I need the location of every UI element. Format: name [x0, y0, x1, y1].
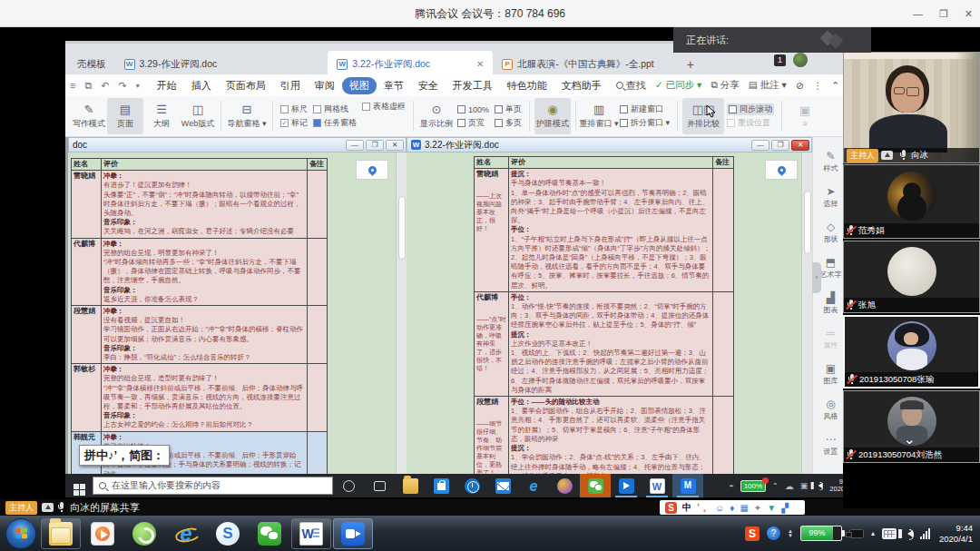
- web-mode-button[interactable]: ◫Web版式: [180, 98, 216, 134]
- keyboard-tray-icon[interactable]: [882, 528, 897, 539]
- wps-tab-0[interactable]: 壳模板: [68, 51, 115, 77]
- battery-indicator[interactable]: 100%: [740, 480, 766, 492]
- ime-mic-icon[interactable]: ♦: [730, 503, 734, 513]
- side-tool-样式[interactable]: ✎样式: [824, 150, 838, 173]
- menu-审阅[interactable]: 审阅: [308, 77, 342, 94]
- host-taskbar-icon-browser360[interactable]: [124, 518, 164, 549]
- outline-mode-button[interactable]: ☰大纲: [143, 98, 180, 134]
- doc-right-pin-tool[interactable]: ≡¤: [765, 160, 798, 180]
- collapse-ribbon-icon[interactable]: ⌃: [831, 80, 839, 91]
- undo-icon[interactable]: ↶: [101, 80, 109, 92]
- doc-minimize-icon[interactable]: —: [346, 140, 364, 151]
- wps-tab-1[interactable]: W3.29-作业评阅.doc: [115, 51, 227, 77]
- menu-页面布局[interactable]: 页面布局: [219, 77, 273, 94]
- start-orb[interactable]: [5, 518, 36, 549]
- search-input[interactable]: 在这里输入你要搜索的内容: [93, 477, 333, 495]
- split-window-button[interactable]: 拆分窗口 ▾: [620, 117, 670, 129]
- menu-icon[interactable]: ≡: [70, 80, 75, 91]
- sync-scroll-button[interactable]: 同步滚动: [727, 103, 774, 115]
- battery-indicator-host[interactable]: 99%: [800, 526, 842, 541]
- participant-tile-201913050704刘浩然[interactable]: 201913050704刘浩然: [843, 390, 980, 463]
- side-tool-形状[interactable]: ◇形状: [824, 221, 838, 244]
- doc-left-scrollbar[interactable]: [396, 153, 407, 474]
- taskbar-icon-edge[interactable]: e: [518, 474, 549, 497]
- doc-minimize-icon[interactable]: —: [751, 140, 769, 151]
- side-tool-图表[interactable]: ▟图表: [824, 291, 838, 315]
- redo-icon[interactable]: ↷: [119, 80, 127, 92]
- markup-checkbox[interactable]: 标记: [280, 117, 308, 129]
- doc-right-scrollbar[interactable]: [801, 153, 812, 474]
- new-tab-button[interactable]: +: [678, 51, 703, 77]
- taskbar-icon-explorer[interactable]: [395, 474, 426, 497]
- zoom-button[interactable]: ⊙显示比例: [418, 98, 455, 134]
- taskbar-icon-video[interactable]: [611, 474, 642, 497]
- menu-安全[interactable]: 安全: [411, 77, 446, 94]
- new-window-button[interactable]: 新建窗口: [620, 103, 670, 115]
- host-taskbar-icon-media[interactable]: [83, 518, 122, 549]
- doc-left-pin-tool[interactable]: ≡¤: [356, 160, 388, 180]
- taskpane-checkbox[interactable]: 任务窗格: [313, 117, 357, 129]
- network-icon[interactable]: [920, 528, 930, 539]
- page-width-button[interactable]: 页宽: [457, 117, 489, 129]
- taskbar-icon-wechat[interactable]: [580, 474, 611, 497]
- participant-tile-范秀娟[interactable]: 范秀娟: [843, 164, 980, 239]
- preview-icon[interactable]: ⧉: [84, 80, 92, 92]
- start-button[interactable]: [65, 477, 93, 496]
- help-icon[interactable]: ⊘: [796, 80, 804, 91]
- tab-close-icon[interactable]: ✕: [476, 59, 484, 69]
- host-taskbar-icon-sogou[interactable]: S: [208, 518, 248, 549]
- sogou-tray-icon[interactable]: S: [745, 526, 760, 541]
- ime-toolbar-toggle[interactable]: ▲▼: [788, 529, 793, 538]
- maximize-icon[interactable]: ❐: [939, 8, 948, 20]
- sogou-logo-icon[interactable]: S: [665, 502, 677, 514]
- rearrange-windows-button[interactable]: ▥重排窗口 ▾: [581, 98, 617, 134]
- ruler-checkbox[interactable]: 标尺: [280, 103, 308, 115]
- side-tool-图库[interactable]: ▣图库: [824, 362, 838, 386]
- ime-skin-icon[interactable]: ▼: [767, 503, 776, 513]
- menu-插入[interactable]: 插入: [184, 77, 219, 94]
- taskbar-icon-cortana[interactable]: [333, 474, 364, 497]
- ime-mode[interactable]: 中: [682, 501, 691, 514]
- host-taskbar-icon-meeting[interactable]: [333, 518, 373, 549]
- eye-protection-button[interactable]: ◉护眼模式: [534, 98, 571, 134]
- ime-grid-icon[interactable]: ▞: [781, 503, 789, 513]
- participant-tile-向冰[interactable]: 主持人向冰: [843, 52, 980, 163]
- doc-left-titlebar[interactable]: doc — ❐ ✕: [68, 137, 407, 153]
- side-tool-设置[interactable]: ⋯设置: [824, 433, 838, 457]
- taskbar-icon-wps[interactable]: [642, 474, 672, 497]
- doc-left-canvas[interactable]: 姓名评价备注雷晓娟冲拳：有进步了！提沉更加有韵律！头像要“正”，不要“倒”；“冲…: [68, 153, 407, 474]
- gridlines-checkbox[interactable]: 网格线: [313, 103, 357, 115]
- taskbar-icon-clock[interactable]: [456, 474, 487, 497]
- tray-expand-icon[interactable]: ⌃: [772, 482, 779, 490]
- side-tool-选择[interactable]: ➤选择: [824, 185, 838, 209]
- taskbar-icon-meeting[interactable]: M: [672, 474, 703, 497]
- wps-tab-3[interactable]: P北服表演-《中国古典舞》-全.ppt: [493, 51, 663, 77]
- cloud-icon[interactable]: ☁: [785, 481, 794, 491]
- doc-right-titlebar[interactable]: W 3.22-作业评阅.doc — ❐ ✕: [407, 137, 812, 153]
- ime-punct[interactable]: ’，: [697, 501, 710, 515]
- table-gridlines-checkbox[interactable]: 表格虚框: [362, 101, 406, 113]
- close-icon[interactable]: ✕: [965, 8, 973, 20]
- page-mode-button[interactable]: ▤页面: [107, 98, 143, 134]
- taskbar-icon-mail[interactable]: [487, 474, 518, 497]
- host-taskbar-icon-wechat[interactable]: [250, 518, 289, 549]
- host-taskbar-icon-word[interactable]: [291, 518, 331, 549]
- side-tool-艺术字[interactable]: ⬒艺术字: [820, 256, 842, 280]
- nav-pane-button[interactable]: ⊟导航窗格 ▾: [226, 98, 268, 134]
- sync-status[interactable]: ✓ 已同步 ▾: [655, 79, 701, 92]
- menu-开发工具[interactable]: 开发工具: [446, 77, 500, 94]
- photos-icon[interactable]: ▣: [800, 481, 808, 490]
- participant-tile-201913050708张瑜[interactable]: 201913050708张瑜: [843, 315, 980, 389]
- doc-restore-icon[interactable]: ❐: [771, 140, 789, 151]
- doc-restore-icon[interactable]: ❐: [366, 140, 384, 151]
- host-taskbar-icon-explorer[interactable]: [41, 518, 81, 549]
- doc-close-icon[interactable]: ✕: [386, 140, 404, 151]
- minimize-icon[interactable]: —: [913, 8, 923, 19]
- doc-close-icon[interactable]: ✕: [791, 140, 809, 151]
- menu-章节[interactable]: 章节: [377, 77, 411, 94]
- volume-icon-host[interactable]: [907, 530, 913, 537]
- comment-button[interactable]: ▤ 批注 ▾: [749, 79, 787, 92]
- menu-开始[interactable]: 开始: [150, 77, 184, 94]
- menu-特色功能[interactable]: 特色功能: [500, 77, 554, 94]
- more-icon[interactable]: ▾: [136, 82, 140, 90]
